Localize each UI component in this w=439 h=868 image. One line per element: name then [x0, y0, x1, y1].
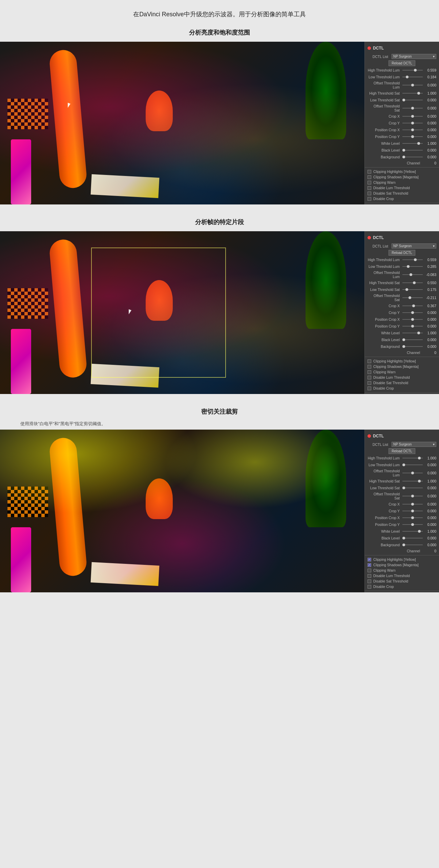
checkbox-label-5: Disable Crop [373, 585, 394, 589]
param-slider-9[interactable] [402, 326, 423, 327]
param-slider-12[interactable] [402, 157, 423, 157]
param-slider-5[interactable] [402, 496, 423, 496]
checkbox-row-0[interactable]: Clipping Highlights [Yellow] [365, 358, 439, 364]
param-slider-4[interactable] [402, 289, 423, 290]
panel-3-container: DCTLDCTL ListNP Surgeon▾Reload DCTLHigh … [0, 430, 439, 592]
param-row-11: Black Level0.000 [365, 535, 439, 541]
param-value-7: 0.000 [423, 311, 436, 315]
param-slider-11[interactable] [402, 150, 423, 151]
param-slider-thumb-2 [411, 84, 414, 86]
param-slider-1[interactable] [402, 465, 423, 465]
param-slider-8[interactable] [402, 319, 423, 320]
param-slider-5[interactable] [402, 108, 423, 108]
checkbox-2[interactable] [368, 181, 371, 184]
param-slider-3[interactable] [402, 93, 423, 94]
reload-dctl-button[interactable]: Reload DCTL [389, 448, 415, 454]
checkbox-2[interactable] [368, 370, 371, 374]
reload-dctl-button[interactable]: Reload DCTL [389, 60, 415, 66]
param-slider-8[interactable] [402, 517, 423, 518]
param-slider-9[interactable] [402, 524, 423, 525]
checkbox-4[interactable] [368, 192, 371, 195]
dctl-status-dot [368, 236, 371, 239]
checkbox-5[interactable] [368, 585, 371, 589]
param-slider-2[interactable] [402, 85, 423, 85]
dctl-list-label: DCTL List [368, 55, 390, 59]
param-slider-0[interactable] [402, 70, 423, 71]
param-slider-4[interactable] [402, 488, 423, 488]
checkbox-row-4[interactable]: Disable Sat Threshold [365, 380, 439, 386]
checkbox-2[interactable] [368, 569, 371, 572]
param-label-11: Black Level [368, 536, 402, 540]
param-slider-3[interactable] [402, 481, 423, 481]
param-slider-12[interactable] [402, 346, 423, 347]
param-slider-10[interactable] [402, 531, 423, 532]
dctl-list-select[interactable]: NP Surgeon▾ [392, 243, 436, 249]
checkbox-row-0[interactable]: Clipping Highlights [Yellow] [365, 557, 439, 562]
param-slider-12[interactable] [402, 545, 423, 545]
checkbox-row-5[interactable]: Disable Crop [365, 584, 439, 589]
param-slider-0[interactable] [402, 458, 423, 458]
checkbox-row-1[interactable]: Clipping Shadows [Magenta] [365, 174, 439, 180]
param-slider-10[interactable] [402, 333, 423, 333]
checkbox-0[interactable] [368, 359, 371, 363]
color-overlay-1 [0, 42, 364, 204]
param-slider-0[interactable] [402, 259, 423, 260]
checkbox-row-3[interactable]: Disable Lum Threshold [365, 185, 439, 191]
checkbox-row-3[interactable]: Disable Lum Threshold [365, 375, 439, 380]
checkbox-4[interactable] [368, 579, 371, 583]
checkbox-row-2[interactable]: Clipping Warn [365, 369, 439, 375]
param-slider-4[interactable] [402, 100, 423, 100]
checkbox-3[interactable] [368, 186, 371, 190]
checkbox-row-5[interactable]: Disable Crop [365, 386, 439, 391]
param-slider-thumb-1 [402, 463, 405, 466]
checkbox-row-3[interactable]: Disable Lum Threshold [365, 573, 439, 578]
param-row-5: Offset Threshold Sat-0.211 [365, 293, 439, 302]
checkbox-1[interactable] [368, 175, 371, 179]
checkbox-4[interactable] [368, 381, 371, 385]
param-slider-10[interactable] [402, 143, 423, 144]
checkbox-row-4[interactable]: Disable Sat Threshold [365, 578, 439, 584]
param-slider-11[interactable] [402, 339, 423, 340]
checkbox-row-4[interactable]: Disable Sat Threshold [365, 191, 439, 196]
param-slider-thumb-2 [411, 472, 414, 474]
panel-2-container: DCTLDCTL ListNP Surgeon▾Reload DCTLHigh … [0, 231, 439, 394]
param-slider-6[interactable] [402, 305, 423, 306]
param-slider-6[interactable] [402, 116, 423, 117]
param-slider-1[interactable] [402, 266, 423, 267]
section-2-title: 分析帧的特定片段 [0, 218, 439, 226]
checkbox-row-2[interactable]: Clipping Warn [365, 568, 439, 573]
param-value-8: 0.000 [423, 516, 436, 520]
param-label-11: Black Level [368, 148, 402, 152]
checkbox-1[interactable] [368, 563, 371, 567]
param-slider-9[interactable] [402, 136, 423, 137]
param-slider-7[interactable] [402, 123, 423, 123]
param-slider-2[interactable] [402, 473, 423, 473]
checkbox-3[interactable] [368, 574, 371, 578]
param-slider-8[interactable] [402, 130, 423, 130]
param-label-5: Offset Threshold Sat [368, 294, 402, 302]
checkbox-row-0[interactable]: Clipping Highlights [Yellow] [365, 169, 439, 174]
dctl-list-select[interactable]: NP Surgeon▾ [392, 54, 436, 59]
checkbox-3[interactable] [368, 376, 371, 379]
param-slider-7[interactable] [402, 312, 423, 313]
param-slider-1[interactable] [402, 77, 423, 77]
param-slider-2[interactable] [402, 274, 423, 275]
dctl-list-select[interactable]: NP Surgeon▾ [392, 442, 436, 447]
param-slider-thumb-4 [402, 487, 405, 489]
checkbox-row-5[interactable]: Disable Crop [365, 196, 439, 201]
checkbox-0[interactable] [368, 558, 371, 561]
param-row-7: Crop Y0.000 [365, 508, 439, 514]
checkbox-row-2[interactable]: Clipping Warn [365, 180, 439, 185]
param-slider-6[interactable] [402, 504, 423, 505]
checkbox-row-1[interactable]: Clipping Shadows [Magenta] [365, 562, 439, 568]
checkbox-5[interactable] [368, 387, 371, 390]
checkbox-0[interactable] [368, 170, 371, 174]
param-slider-11[interactable] [402, 538, 423, 538]
checkbox-1[interactable] [368, 365, 371, 369]
checkbox-row-1[interactable]: Clipping Shadows [Magenta] [365, 364, 439, 369]
checkbox-5[interactable] [368, 197, 371, 201]
param-slider-5[interactable] [402, 297, 423, 298]
param-slider-7[interactable] [402, 511, 423, 511]
param-slider-3[interactable] [402, 282, 423, 283]
reload-dctl-button[interactable]: Reload DCTL [389, 250, 415, 256]
